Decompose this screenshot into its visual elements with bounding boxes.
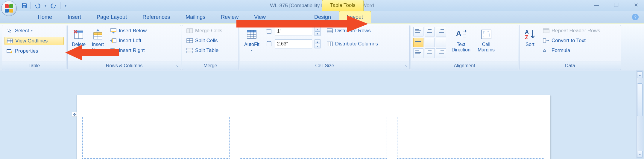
save-icon[interactable] <box>21 2 28 9</box>
tab-mailings[interactable]: Mailings <box>178 11 213 23</box>
svg-rect-6 <box>82 49 119 56</box>
minimize-button[interactable]: — <box>593 2 600 8</box>
split-cells-button[interactable]: Split Cells <box>185 37 236 45</box>
svg-rect-57 <box>543 39 546 43</box>
align-top-left[interactable] <box>413 27 423 36</box>
align-middle-right[interactable] <box>436 38 446 47</box>
redo-icon[interactable] <box>51 2 57 9</box>
office-button[interactable] <box>1 1 17 16</box>
repeat-header-rows-button[interactable]: Repeat Header Rows <box>541 27 602 35</box>
repeat-header-icon <box>543 28 549 34</box>
svg-rect-43 <box>267 42 271 46</box>
sort-button[interactable]: AZ Sort <box>522 27 538 54</box>
text-direction-label: Text Direction <box>452 42 470 53</box>
context-tab-table-tools: Table Tools <box>322 0 364 11</box>
insert-below-button[interactable]: Insert Below <box>108 27 149 35</box>
svg-rect-34 <box>187 48 193 50</box>
svg-rect-24 <box>111 31 116 32</box>
align-top-center[interactable] <box>425 27 435 36</box>
select-button[interactable]: Select ▾ <box>4 27 64 35</box>
group-label-table: Table <box>2 62 66 70</box>
qat-customize-icon[interactable]: ▾ <box>63 4 68 8</box>
convert-text-icon <box>543 38 549 44</box>
svg-rect-2 <box>23 6 25 8</box>
scroll-up-button[interactable]: ▴ <box>637 71 643 78</box>
align-middle-center[interactable] <box>425 38 435 47</box>
formula-label: Formula <box>552 48 570 53</box>
svg-rect-13 <box>7 49 11 50</box>
col-width-field: ▴▾ <box>265 39 321 48</box>
dialog-launcher-rows[interactable]: ↘ <box>175 64 179 68</box>
text-direction-button[interactable]: A Text Direction <box>450 27 472 54</box>
insert-left-label: Insert Left <box>119 38 142 44</box>
split-table-button[interactable]: Split Table <box>185 47 236 54</box>
align-top-right[interactable] <box>436 27 446 36</box>
properties-button[interactable]: Properties <box>4 47 64 55</box>
svg-rect-1 <box>23 4 26 5</box>
align-bottom-right[interactable] <box>436 48 446 58</box>
help-button[interactable]: ? <box>632 14 639 20</box>
table-gap <box>230 117 240 159</box>
undo-dropdown-icon[interactable]: ▾ <box>43 4 48 8</box>
svg-rect-47 <box>327 42 332 46</box>
align-middle-left[interactable] <box>413 38 423 47</box>
tab-insert[interactable]: Insert <box>60 11 89 23</box>
align-bottom-left[interactable] <box>413 48 423 58</box>
table-cell[interactable] <box>240 117 387 159</box>
dialog-launcher-cellsize[interactable]: ↘ <box>404 64 408 68</box>
annotation-arrow-right <box>236 14 368 32</box>
cursor-icon <box>6 28 13 34</box>
table-cell[interactable] <box>82 117 230 159</box>
gridlines-icon <box>7 38 13 44</box>
svg-rect-51 <box>482 30 491 39</box>
svg-text:fx: fx <box>543 48 546 53</box>
insert-left-button[interactable]: Insert Left <box>108 37 149 45</box>
scroll-thumb[interactable] <box>637 83 643 116</box>
alignment-grid <box>413 27 446 58</box>
view-gridlines-button[interactable]: View Gridlines <box>4 37 64 45</box>
close-button[interactable]: ✕ <box>633 2 639 8</box>
split-table-label: Split Table <box>195 48 218 53</box>
svg-text:A: A <box>525 29 529 35</box>
tab-page-layout[interactable]: Page Layout <box>89 11 135 23</box>
separator <box>60 2 60 9</box>
restore-button[interactable]: ❐ <box>613 2 619 8</box>
group-label-merge: Merge <box>182 62 239 70</box>
view-gridlines-label: View Gridlines <box>15 38 48 44</box>
align-bottom-center[interactable] <box>425 48 435 58</box>
group-label-rows: Rows & Columns <box>68 62 181 70</box>
table[interactable] <box>82 117 544 159</box>
sort-label: Sort <box>525 42 534 47</box>
undo-icon[interactable] <box>34 2 40 9</box>
formula-icon: fx <box>543 48 549 53</box>
tab-references[interactable]: References <box>135 11 178 23</box>
insert-below-label: Insert Below <box>119 28 147 34</box>
width-down[interactable]: ▾ <box>315 44 321 48</box>
vertical-scrollbar[interactable]: ▴ ▾ <box>636 71 643 158</box>
scroll-down-button[interactable]: ▾ <box>637 151 643 158</box>
col-width-input[interactable] <box>275 39 312 48</box>
tab-home[interactable]: Home <box>30 11 60 23</box>
svg-marker-5 <box>65 45 82 60</box>
width-up[interactable]: ▴ <box>315 39 321 44</box>
table-cell[interactable] <box>397 117 544 159</box>
sort-icon: AZ <box>524 28 536 41</box>
merge-cells-label: Merge Cells <box>195 28 222 34</box>
distribute-columns-button[interactable]: Distribute Columns <box>325 40 380 48</box>
split-table-icon <box>186 48 193 53</box>
cell-margins-button[interactable]: Cell Margins <box>476 27 496 54</box>
repeat-header-label: Repeat Header Rows <box>552 28 600 34</box>
convert-to-text-button[interactable]: Convert to Text <box>541 37 602 45</box>
table-gap <box>387 117 397 159</box>
svg-point-14 <box>10 51 12 53</box>
merge-cells-button[interactable]: Merge Cells <box>185 27 236 35</box>
svg-marker-4 <box>347 16 368 32</box>
table-move-handle[interactable] <box>72 112 77 117</box>
insert-below-icon <box>110 28 117 34</box>
col-width-icon <box>265 41 273 47</box>
page[interactable] <box>77 95 550 159</box>
formula-button[interactable]: fx Formula <box>541 47 602 54</box>
svg-rect-35 <box>187 51 193 53</box>
convert-text-label: Convert to Text <box>552 38 586 44</box>
properties-label: Properties <box>15 48 38 54</box>
